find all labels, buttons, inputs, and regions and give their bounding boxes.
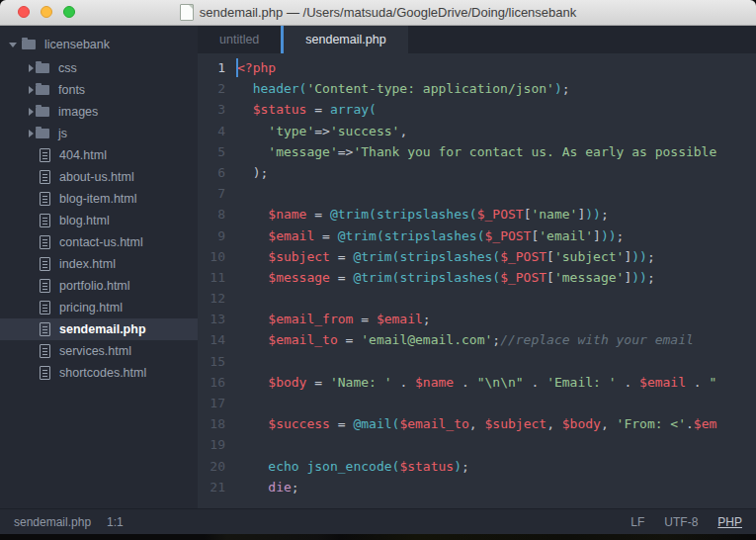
document-icon (180, 4, 194, 21)
code-line-content: $name = @trim(stripslashes($_POST['name'… (237, 204, 756, 225)
sidebar-item-label: css (58, 61, 77, 75)
code-line-12[interactable]: 12 (198, 288, 756, 309)
code-line-14[interactable]: 14 $email_to = 'email@email.com';//repla… (198, 329, 756, 350)
code-line-content: <?php (237, 57, 756, 78)
code-line-content: $body = 'Name: ' . $name . "\n\n" . 'Ema… (237, 372, 756, 393)
chevron-right-icon[interactable] (26, 130, 36, 137)
folder-icon (36, 85, 49, 95)
code-line-21[interactable]: 21 die; (198, 477, 756, 497)
sidebar-item-about-us-html[interactable]: about-us.html (0, 166, 198, 188)
sidebar-item-images[interactable]: images (0, 101, 198, 123)
line-number: 12 (198, 288, 237, 309)
line-number: 20 (198, 456, 237, 477)
code-line-1[interactable]: 1<?php (198, 57, 756, 78)
folder-icon (36, 107, 49, 117)
statusbar-encoding[interactable]: UTF-8 (664, 515, 698, 529)
statusbar-line-ending[interactable]: LF (630, 515, 644, 529)
sidebar-item-label: portfolio.html (59, 279, 130, 293)
code-line-20[interactable]: 20 echo json_encode($status); (198, 456, 756, 477)
file-icon (40, 192, 50, 206)
background-strip (0, 534, 756, 540)
sidebar-item-services-html[interactable]: services.html (0, 340, 198, 362)
code-line-content: $subject = @trim(stripslashes($_POST['su… (237, 246, 756, 267)
line-number: 9 (198, 225, 237, 246)
file-icon (40, 257, 50, 271)
sidebar-item-label: sendemail.php (59, 322, 146, 336)
folder-icon (22, 40, 36, 49)
code-line-4[interactable]: 4 'type'=>'success', (198, 121, 756, 141)
code-line-5[interactable]: 5 'message'=>'Thank you for contact us. … (198, 141, 756, 162)
line-number: 13 (198, 309, 237, 329)
code-line-15[interactable]: 15 (198, 351, 756, 372)
code-line-9[interactable]: 9 $email = @trim(stripslashes($_POST['em… (198, 225, 756, 246)
sidebar-item-pricing-html[interactable]: pricing.html (0, 297, 198, 318)
code-line-18[interactable]: 18 $success = @mail($email_to, $subject,… (198, 413, 756, 434)
window-title: sendemail.php — /Users/matsuda/GoogleDri… (200, 5, 577, 20)
sidebar-item-shortcodes-html[interactable]: shortcodes.html (0, 362, 198, 384)
sidebar-file-tree[interactable]: licensebankcssfontsimagesjs404.htmlabout… (0, 26, 198, 508)
code-line-10[interactable]: 10 $subject = @trim(stripslashes($_POST[… (198, 246, 756, 267)
code-line-content (237, 351, 756, 372)
sidebar-item-label: shortcodes.html (59, 366, 146, 380)
sidebar-item-404-html[interactable]: 404.html (0, 144, 198, 166)
minimize-button[interactable] (41, 6, 52, 18)
sidebar-item-portfolio-html[interactable]: portfolio.html (0, 275, 198, 297)
sidebar-item-js[interactable]: js (0, 123, 198, 144)
sidebar-item-licensebank[interactable]: licensebank (0, 32, 198, 57)
sidebar-item-index-html[interactable]: index.html (0, 253, 198, 275)
sidebar-item-blog-item-html[interactable]: blog-item.html (0, 188, 198, 210)
sidebar-item-fonts[interactable]: fonts (0, 79, 198, 101)
sidebar-item-contact-us-html[interactable]: contact-us.html (0, 231, 198, 253)
code-line-3[interactable]: 3 $status = array( (198, 99, 756, 120)
file-icon (40, 366, 50, 380)
code-line-content: $message = @trim(stripslashes($_POST['me… (237, 267, 756, 288)
code-line-16[interactable]: 16 $body = 'Name: ' . $name . "\n\n" . '… (198, 372, 756, 393)
sidebar-item-css[interactable]: css (0, 57, 198, 79)
file-icon (40, 322, 50, 336)
text-cursor (236, 58, 238, 77)
tab-bar[interactable]: untitledsendemail.php (198, 26, 756, 53)
code-line-content: 'type'=>'success', (237, 121, 756, 141)
statusbar-left: sendemail.php 1:1 (14, 515, 124, 529)
code-line-13[interactable]: 13 $email_from = $email; (198, 309, 756, 329)
code-line-6[interactable]: 6 ); (198, 162, 756, 183)
code-line-content (237, 183, 756, 204)
statusbar-right: LF UTF-8 PHP (630, 515, 742, 529)
code-line-11[interactable]: 11 $message = @trim(stripslashes($_POST[… (198, 267, 756, 288)
code-line-19[interactable]: 19 (198, 434, 756, 455)
code-line-2[interactable]: 2 header('Content-type: application/json… (198, 78, 756, 99)
line-number: 8 (198, 204, 237, 225)
chevron-right-icon[interactable] (26, 108, 36, 116)
close-button[interactable] (18, 6, 30, 18)
file-icon (40, 344, 50, 358)
zoom-button[interactable] (63, 6, 75, 18)
chevron-right-icon[interactable] (26, 64, 36, 72)
file-icon (40, 301, 50, 315)
tab-sendemail-php[interactable]: sendemail.php (284, 26, 407, 53)
code-line-8[interactable]: 8 $name = @trim(stripslashes($_POST['nam… (198, 204, 756, 225)
code-line-content: $success = @mail($email_to, $subject, $b… (237, 413, 756, 434)
code-editor[interactable]: 1<?php2 header('Content-type: applicatio… (198, 53, 756, 508)
line-number: 2 (198, 78, 237, 99)
line-number: 7 (198, 183, 237, 204)
line-number: 6 (198, 162, 237, 183)
line-number: 18 (198, 413, 237, 434)
code-line-17[interactable]: 17 (198, 393, 756, 413)
sidebar-item-blog-html[interactable]: blog.html (0, 210, 198, 231)
sidebar-item-label: contact-us.html (59, 235, 143, 249)
statusbar-cursor-position: 1:1 (107, 515, 124, 529)
line-number: 15 (198, 351, 237, 372)
code-line-content: 'message'=>'Thank you for contact us. As… (237, 141, 756, 162)
code-line-content: header('Content-type: application/json')… (237, 78, 756, 99)
sidebar-item-sendemail-php[interactable]: sendemail.php (0, 318, 198, 340)
titlebar[interactable]: sendemail.php — /Users/matsuda/GoogleDri… (0, 0, 756, 26)
code-line-7[interactable]: 7 (198, 183, 756, 204)
traffic-lights (18, 6, 75, 18)
chevron-down-icon[interactable] (8, 43, 18, 47)
chevron-right-icon[interactable] (26, 86, 36, 94)
statusbar-syntax[interactable]: PHP (717, 515, 742, 529)
code-line-content: $email = @trim(stripslashes($_POST['emai… (237, 225, 756, 246)
tab-untitled[interactable]: untitled (198, 26, 281, 53)
sidebar-item-label: js (58, 127, 67, 140)
code-line-content: echo json_encode($status); (237, 456, 756, 477)
